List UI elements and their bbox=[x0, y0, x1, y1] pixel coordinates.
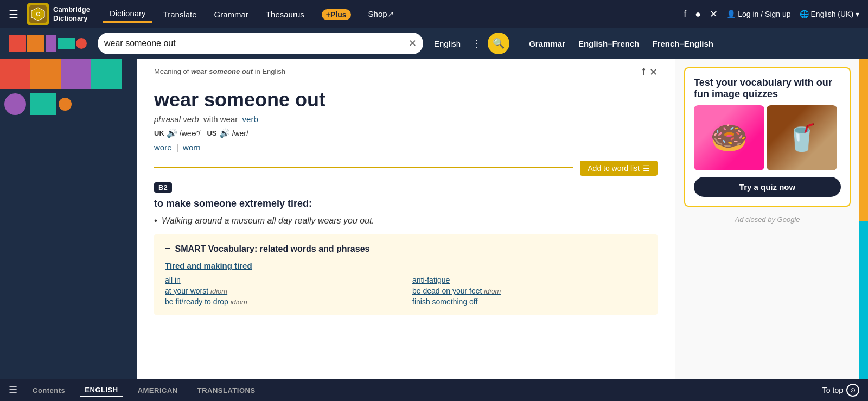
donut-image: 🍩 bbox=[694, 105, 764, 170]
search-quick-links: Grammar English–French French–English bbox=[529, 39, 713, 48]
search-bar: ✕ English ⋮ 🔍 Grammar English–French Fre… bbox=[0, 28, 868, 59]
nav-translate[interactable]: Translate bbox=[157, 7, 203, 22]
bottom-tab-english[interactable]: ENGLISH bbox=[80, 384, 122, 385]
add-to-wordlist-button[interactable]: Add to word list ☰ bbox=[580, 161, 658, 176]
facebook-icon[interactable]: f bbox=[684, 9, 686, 20]
past-tense-link[interactable]: wore bbox=[154, 143, 172, 152]
search-language-button[interactable]: English bbox=[430, 39, 465, 48]
color-blocks-decoration bbox=[9, 35, 87, 52]
right-sidebar: Test your vocabulary with our fun image … bbox=[675, 59, 859, 384]
login-signup-button[interactable]: 👤 Log in / Sign up bbox=[726, 10, 790, 18]
share-icons: f ✕ bbox=[642, 66, 658, 78]
search-button[interactable]: 🔍 bbox=[488, 33, 509, 54]
share-facebook-icon[interactable]: f bbox=[642, 66, 645, 78]
right-edge-decoration bbox=[859, 59, 868, 384]
vocab-link-all-in[interactable]: all in bbox=[165, 276, 399, 284]
search-link-en-fr[interactable]: English–French bbox=[578, 39, 640, 48]
conjugation: wore | worn bbox=[154, 143, 658, 152]
nav-plus[interactable]: +Plus bbox=[315, 7, 358, 22]
bottom-tab-american[interactable]: AMERICAN bbox=[133, 384, 182, 385]
instagram-icon[interactable]: ● bbox=[695, 9, 701, 20]
logo-shield: C bbox=[27, 3, 49, 25]
search-input-wrap[interactable]: ✕ bbox=[98, 33, 423, 54]
deco-colorblocks bbox=[0, 59, 137, 119]
pronunciation: UK 🔊 /weəʳ/ US 🔊 /wer/ bbox=[154, 128, 658, 138]
search-link-grammar[interactable]: Grammar bbox=[529, 39, 565, 48]
past-participle-link[interactable]: worn bbox=[183, 143, 201, 152]
nav-dictionary[interactable]: Dictionary bbox=[103, 5, 152, 23]
main-layout: Meaning of wear someone out in English f… bbox=[0, 59, 868, 384]
nav-thesaurus[interactable]: Thesaurus bbox=[259, 7, 311, 22]
share-twitter-icon[interactable]: ✕ bbox=[649, 66, 658, 78]
milkshake-image: 🥤 bbox=[767, 105, 837, 170]
vocab-link-at-your-worst[interactable]: at your worst idiom bbox=[165, 287, 399, 295]
nav-right: f ● ✕ 👤 Log in / Sign up 🌐 English (UK) … bbox=[684, 8, 859, 20]
bottom-bar: ☰ Contents ENGLISH AMERICAN TRANSLATIONS… bbox=[0, 379, 868, 384]
us-pronunciation: US 🔊 /wer/ bbox=[207, 128, 248, 138]
word-type: phrasal verb with wear verb bbox=[154, 114, 658, 124]
edge-orange-block bbox=[859, 59, 868, 221]
smart-vocabulary-section: − SMART Vocabulary: related words and ph… bbox=[154, 234, 658, 315]
center-content: Meaning of wear someone out in English f… bbox=[137, 59, 675, 384]
search-clear-button[interactable]: ✕ bbox=[409, 37, 417, 49]
quiz-images: 🍩 🥤 bbox=[694, 105, 841, 170]
uk-pronunciation: UK 🔊 /weəʳ/ bbox=[154, 128, 200, 138]
quiz-promotion: Test your vocabulary with our fun image … bbox=[684, 67, 851, 207]
search-more-options[interactable]: ⋮ bbox=[471, 37, 481, 49]
vocab-link-finish-off[interactable]: finish something off bbox=[412, 297, 647, 306]
level-badge: B2 bbox=[154, 182, 172, 193]
vocab-section-title[interactable]: Tired and making tired bbox=[165, 261, 647, 270]
example-sentence: • Walking around a museum all day really… bbox=[154, 216, 658, 226]
vocab-link-anti-fatigue[interactable]: anti-fatigue bbox=[412, 276, 647, 284]
uk-audio-button[interactable]: 🔊 bbox=[167, 128, 177, 138]
edge-cyan-block bbox=[859, 221, 868, 384]
hamburger-menu[interactable]: ☰ bbox=[9, 8, 18, 21]
word-title: wear someone out bbox=[154, 88, 658, 111]
vocab-grid: all in anti-fatigue at your worst idiom … bbox=[165, 276, 647, 306]
try-quiz-button[interactable]: Try a quiz now bbox=[694, 177, 841, 197]
language-selector[interactable]: 🌐 English (UK) ▾ bbox=[800, 10, 859, 18]
us-audio-button[interactable]: 🔊 bbox=[219, 128, 230, 138]
breadcrumb: Meaning of wear someone out in English bbox=[154, 67, 285, 75]
verb-link[interactable]: verb bbox=[242, 114, 258, 124]
nav-grammar[interactable]: Grammar bbox=[208, 7, 255, 22]
twitter-x-icon[interactable]: ✕ bbox=[710, 8, 718, 20]
definition: to make someone extremely tired: bbox=[154, 198, 658, 209]
smart-vocab-header[interactable]: − SMART Vocabulary: related words and ph… bbox=[165, 243, 647, 254]
left-decoration bbox=[0, 59, 137, 384]
top-nav: ☰ C Cambridge Dictionary Dictionary Tran… bbox=[0, 0, 868, 28]
search-input[interactable] bbox=[104, 39, 404, 48]
logo-area[interactable]: C Cambridge Dictionary bbox=[27, 3, 90, 25]
bottom-tab-contents[interactable]: Contents bbox=[28, 384, 69, 385]
vocab-link-dead-on-feet[interactable]: be dead on your feet idiom bbox=[412, 287, 647, 295]
vocab-link-fit-to-drop[interactable]: be fit/ready to drop idiom bbox=[165, 297, 399, 306]
quiz-title: Test your vocabulary with our fun image … bbox=[694, 77, 841, 100]
nav-shop[interactable]: Shop↗ bbox=[362, 6, 401, 22]
logo-text: Cambridge Dictionary bbox=[53, 5, 90, 22]
divider-section: Add to word list ☰ bbox=[154, 161, 658, 176]
collapse-icon: − bbox=[165, 243, 171, 254]
to-top-button[interactable]: To top ⊙ bbox=[822, 384, 859, 384]
to-top-circle-icon: ⊙ bbox=[846, 384, 859, 384]
bottom-tab-translations[interactable]: TRANSLATIONS bbox=[193, 384, 260, 385]
svg-text:C: C bbox=[36, 11, 40, 17]
search-link-fr-en[interactable]: French–English bbox=[652, 39, 713, 48]
list-icon: ☰ bbox=[643, 164, 650, 173]
ad-closed-notice: Ad closed by Google bbox=[684, 215, 851, 224]
